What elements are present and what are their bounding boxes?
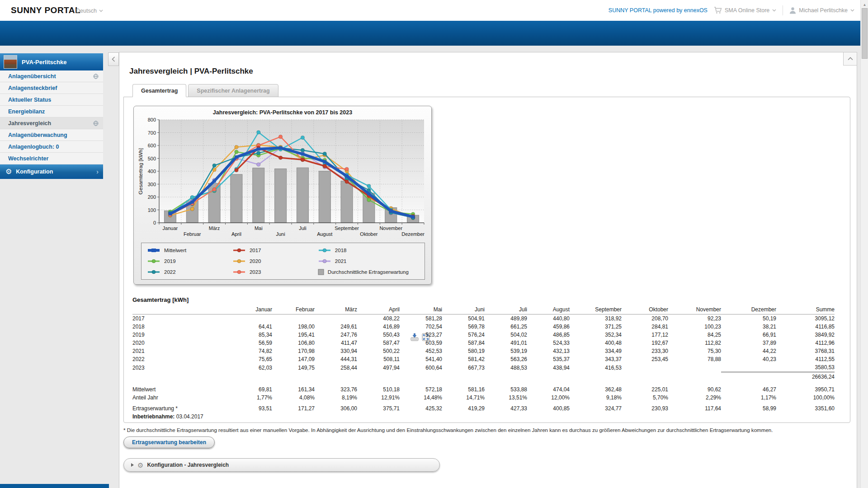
table-cell: 247,76 <box>315 331 357 339</box>
table-cell: 362,48 <box>570 385 622 394</box>
table-cell: 258,44 <box>315 363 357 372</box>
table-header-row: JanuarFebruarMärzAprilMaiJuniJuliAugustS… <box>132 305 835 314</box>
language-selector[interactable]: Deutsch <box>76 8 103 14</box>
table-cell: 486,85 <box>527 331 570 339</box>
legend-line-swatch <box>318 248 331 253</box>
config-label: Konfiguration <box>16 169 92 175</box>
footnote: * Die durchschnittliche Ertragserwartung… <box>123 427 773 433</box>
user-menu[interactable]: Michael Perlitschke <box>789 7 854 14</box>
sum-cell: 4112,55 <box>776 355 835 363</box>
sidebar-item-konfiguration[interactable]: ⚙ Konfiguration › <box>0 164 103 179</box>
table-cell: 491,01 <box>485 339 527 347</box>
scrollbar-thumb[interactable] <box>862 8 868 59</box>
sidebar-item[interactable]: Jahresvergleich <box>0 117 103 129</box>
table-cell: 192,67 <box>622 339 668 347</box>
table-cell: 580,19 <box>442 347 485 355</box>
table-cell: 323,76 <box>315 385 357 394</box>
chevron-right-icon: › <box>96 168 99 175</box>
sidebar-item-label: Anlagenüberwachung <box>8 132 99 138</box>
svg-text:800: 800 <box>148 118 156 122</box>
sidebar-item[interactable]: Anlagenüberwachung <box>0 129 103 141</box>
row-label: Mittelwert <box>132 385 230 394</box>
powered-by-link[interactable]: SUNNY PORTAL powered by ennexOS <box>609 7 708 14</box>
sum-cell: 3095,12 <box>776 314 835 323</box>
table-cell: 14,71% <box>442 394 485 402</box>
vertical-scrollbar[interactable]: ▲ <box>860 0 868 488</box>
table-cell: 497,94 <box>357 363 400 372</box>
table-cell <box>668 363 721 372</box>
tab[interactable]: Gesamtertrag <box>132 84 186 97</box>
gear-icon: ⚙ <box>5 168 12 175</box>
edit-yield-expectation-button[interactable]: Ertragserwartung bearbeiten <box>123 436 215 448</box>
sidebar-item-label: Aktueller Status <box>8 97 99 103</box>
table-cell: 249,61 <box>315 323 357 331</box>
plant-header[interactable]: PVA-Perlitschke <box>0 53 103 70</box>
user-icon <box>789 7 796 14</box>
content-panel: Jahresvergleich | PVA-Perlitschke Gesamt… <box>119 52 857 488</box>
tab[interactable]: Spezifischer Anlagenertrag <box>188 84 278 97</box>
table-cell: 504,02 <box>485 331 527 339</box>
svg-text:April: April <box>231 231 241 237</box>
config-accordion[interactable]: ⚙ Konfiguration - Jahresvergleich <box>123 458 440 472</box>
legend-label: 2021 <box>335 258 347 264</box>
table-cell: 603,59 <box>400 339 442 347</box>
table-cell: 225,01 <box>622 385 668 394</box>
chart-title: Jahresvergleich: PVA-Perlitschke von 201… <box>134 109 431 116</box>
table-cell: 569,78 <box>442 323 485 331</box>
sidebar-item[interactable]: Anlagensteckbrief <box>0 82 103 94</box>
legend-label: 2023 <box>250 269 261 275</box>
svg-text:Mai: Mai <box>255 225 263 231</box>
table-cell: 576,24 <box>442 331 485 339</box>
sidebar-item-label: Anlagenübersicht <box>8 73 93 80</box>
legend-line-swatch <box>318 258 331 264</box>
legend-item: Durchschnittliche Ertragserwartung <box>318 269 425 275</box>
svg-text:700: 700 <box>148 130 156 136</box>
legend-line-swatch <box>232 258 246 264</box>
svg-text:Januar: Januar <box>163 225 178 231</box>
table-cell: 100,23 <box>668 323 721 331</box>
svg-text:Oktober: Oktober <box>360 231 377 237</box>
column-header: Februar <box>272 305 315 314</box>
row-label: Ertragserwartung * <box>132 404 230 413</box>
sum-cell: 100,00% <box>776 394 835 402</box>
table-cell: 147,09 <box>272 355 315 363</box>
sidebar-item[interactable]: Aktueller Status <box>0 94 103 106</box>
sidebar-item[interactable]: Energiebilanz <box>0 106 103 117</box>
table-cell: 587,47 <box>357 339 400 347</box>
topbar: SUNNY PORTAL Deutsch SUNNY PORTAL powere… <box>0 0 868 21</box>
sidebar-item[interactable]: Anlagenübersicht <box>0 70 103 82</box>
page-title: Jahresvergleich | PVA-Perlitschke <box>129 67 253 76</box>
tab-panel: Jahresvergleich: PVA-Perlitschke von 201… <box>123 97 850 423</box>
table-row: Ertragserwartung *93,51171,27306,00375,7… <box>132 404 835 413</box>
table-cell: 508,11 <box>357 355 400 363</box>
column-header: März <box>315 305 357 314</box>
table-cell: 4,08% <box>272 394 315 402</box>
table-cell: 1,77% <box>230 394 272 402</box>
collapse-sidebar-button[interactable] <box>108 52 119 66</box>
sidebar-item[interactable]: Wechselrichter <box>0 153 103 164</box>
table-cell: 93,51 <box>230 404 272 413</box>
sidebar-item[interactable]: Anlagenlogbuch: 0 <box>0 141 103 153</box>
svg-text:August: August <box>317 231 332 237</box>
table-cell: 318,92 <box>570 314 622 323</box>
table-cell: 440,80 <box>527 314 570 323</box>
table-cell: 524,33 <box>527 339 570 347</box>
table-cell: 9,18% <box>570 394 622 402</box>
table-cell: 233,30 <box>622 347 668 355</box>
table-cell: 171,27 <box>272 404 315 413</box>
table-cell: 324,77 <box>570 404 622 413</box>
plant-photo <box>4 55 17 69</box>
table-row: Mittelwert69,81161,34323,76510,18572,185… <box>132 385 835 394</box>
store-menu[interactable]: SMA Online Store <box>714 7 776 14</box>
table-cell: 195,41 <box>272 331 315 339</box>
sidebar-nav: AnlagenübersichtAnlagensteckbriefAktuell… <box>0 70 103 164</box>
legend-item: 2023 <box>232 269 318 275</box>
svg-text:100: 100 <box>148 207 156 213</box>
scroll-up-arrow[interactable]: ▲ <box>861 1 868 8</box>
table-cell: 56,59 <box>230 339 272 347</box>
collapse-panel-button[interactable] <box>843 52 857 66</box>
table-cell: 416,89 <box>357 323 400 331</box>
banner <box>0 21 868 46</box>
table-row: 202275,65147,09444,31508,11541,40581,425… <box>132 355 835 363</box>
table-cell: 504,91 <box>442 314 485 323</box>
